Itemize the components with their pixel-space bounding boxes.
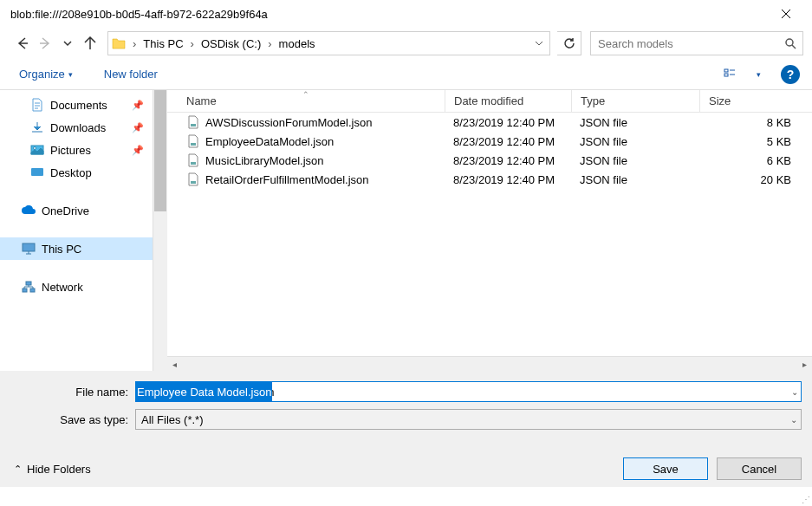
sidebar-item-desktop[interactable]: Desktop bbox=[0, 161, 153, 184]
hide-folders-button[interactable]: ⌃ Hide Folders bbox=[10, 459, 94, 479]
scroll-right-icon[interactable]: ▸ bbox=[797, 357, 812, 372]
save-button[interactable]: Save bbox=[623, 457, 708, 480]
folder-icon bbox=[108, 37, 129, 49]
document-icon bbox=[29, 97, 45, 113]
pin-icon: 📌 bbox=[132, 100, 144, 111]
pin-icon: 📌 bbox=[132, 145, 144, 156]
svg-rect-9 bbox=[30, 289, 35, 292]
resize-grip[interactable]: ⋰ bbox=[802, 495, 810, 504]
sort-caret-icon: ⌃ bbox=[302, 90, 309, 99]
file-type: JSON file bbox=[571, 132, 699, 151]
sidebar-item-network[interactable]: Network bbox=[0, 276, 153, 298]
sidebar-item-pictures[interactable]: Pictures 📌 bbox=[0, 139, 153, 161]
breadcrumb-thispc[interactable]: This PC bbox=[140, 32, 186, 55]
filename-selection: Employee Data Model.json bbox=[136, 382, 272, 401]
close-button[interactable] bbox=[767, 0, 805, 28]
view-dropdown[interactable]: ▾ bbox=[746, 62, 770, 87]
caret-down-icon: ▾ bbox=[68, 70, 73, 79]
search-input[interactable] bbox=[591, 37, 778, 50]
sidebar-item-label: Pictures bbox=[50, 144, 91, 157]
organize-button[interactable]: Organize ▾ bbox=[12, 64, 80, 84]
file-size: 5 KB bbox=[699, 132, 812, 151]
file-type: JSON file bbox=[571, 170, 699, 189]
svg-rect-10 bbox=[191, 124, 196, 126]
horizontal-scrollbar[interactable]: ◂ ▸ bbox=[167, 356, 812, 371]
window-title: blob:file:///208e910b-b0d5-4aff-b972-622… bbox=[7, 8, 767, 21]
breadcrumb-osdisk[interactable]: OSDisk (C:) bbox=[198, 32, 264, 55]
view-options-button[interactable] bbox=[718, 62, 743, 87]
address-dropdown[interactable] bbox=[529, 39, 549, 48]
sidebar-item-label: Desktop bbox=[50, 166, 92, 179]
new-folder-button[interactable]: New folder bbox=[97, 64, 165, 84]
column-header-date[interactable]: Date modified bbox=[445, 90, 571, 112]
column-header-type[interactable]: Type bbox=[571, 90, 699, 112]
cancel-button[interactable]: Cancel bbox=[717, 457, 802, 480]
file-name: MusicLibraryModel.json bbox=[205, 154, 324, 167]
desktop-icon bbox=[29, 165, 45, 180]
sidebar-item-label: This PC bbox=[42, 243, 81, 256]
file-name: AWSDiscussionForumModel.json bbox=[205, 116, 372, 129]
json-file-icon bbox=[186, 172, 200, 186]
sidebar-item-label: Documents bbox=[50, 99, 107, 112]
svg-rect-7 bbox=[26, 282, 31, 285]
file-row[interactable]: AWSDiscussionForumModel.json8/23/2019 12… bbox=[167, 113, 812, 132]
svg-rect-11 bbox=[191, 143, 196, 146]
file-date: 8/23/2019 12:40 PM bbox=[445, 151, 571, 170]
svg-rect-13 bbox=[191, 181, 196, 184]
onedrive-icon bbox=[21, 203, 36, 218]
chevron-right-icon[interactable]: › bbox=[264, 37, 275, 50]
search-box[interactable] bbox=[590, 31, 803, 55]
sidebar-item-onedrive[interactable]: OneDrive bbox=[0, 199, 153, 222]
sidebar-item-documents[interactable]: Documents 📌 bbox=[0, 94, 153, 116]
pictures-icon bbox=[29, 142, 45, 158]
file-size: 6 KB bbox=[699, 151, 812, 170]
svg-point-0 bbox=[786, 39, 793, 46]
refresh-button[interactable] bbox=[557, 31, 581, 55]
savetype-combo[interactable]: All Files (*.*) ⌄ bbox=[135, 409, 802, 430]
svg-rect-8 bbox=[23, 289, 27, 292]
address-bar[interactable]: › This PC › OSDisk (C:) › models bbox=[107, 31, 550, 55]
sidebar-item-label: OneDrive bbox=[42, 204, 89, 217]
file-date: 8/23/2019 12:40 PM bbox=[445, 170, 571, 189]
filename-dropdown[interactable]: ⌄ bbox=[791, 387, 798, 397]
sidebar-item-label: Downloads bbox=[50, 121, 106, 134]
breadcrumb-models[interactable]: models bbox=[276, 32, 319, 55]
chevron-right-icon[interactable]: › bbox=[129, 37, 140, 50]
nav-forward-button[interactable] bbox=[35, 33, 55, 54]
help-button[interactable]: ? bbox=[781, 65, 800, 84]
file-name: EmployeeDataModel.json bbox=[205, 135, 334, 148]
svg-rect-1 bbox=[724, 69, 728, 72]
file-date: 8/23/2019 12:40 PM bbox=[445, 132, 571, 151]
thispc-icon bbox=[21, 241, 36, 256]
file-row[interactable]: MusicLibraryModel.json8/23/2019 12:40 PM… bbox=[167, 151, 812, 170]
sidebar-item-downloads[interactable]: Downloads 📌 bbox=[0, 116, 153, 139]
savetype-dropdown-icon: ⌄ bbox=[790, 415, 797, 425]
file-type: JSON file bbox=[571, 151, 699, 170]
sidebar-item-label: Network bbox=[42, 281, 83, 294]
nav-up-button[interactable] bbox=[80, 33, 101, 54]
file-size: 20 KB bbox=[699, 170, 812, 189]
file-row[interactable]: EmployeeDataModel.json8/23/2019 12:40 PM… bbox=[167, 132, 812, 151]
scroll-left-icon[interactable]: ◂ bbox=[167, 357, 182, 372]
sidebar-scrollbar[interactable] bbox=[153, 90, 167, 371]
json-file-icon bbox=[186, 115, 200, 129]
column-header-size[interactable]: Size bbox=[699, 90, 812, 112]
svg-rect-5 bbox=[31, 168, 43, 176]
filename-label: File name: bbox=[10, 386, 135, 399]
savetype-label: Save as type: bbox=[10, 413, 135, 426]
column-header-name[interactable]: ⌃ Name bbox=[167, 90, 445, 112]
file-row[interactable]: RetailOrderFulfillmentModel.json8/23/201… bbox=[167, 170, 812, 189]
file-name: RetailOrderFulfillmentModel.json bbox=[205, 173, 369, 186]
chevron-right-icon[interactable]: › bbox=[187, 37, 198, 50]
json-file-icon bbox=[186, 134, 200, 148]
nav-back-button[interactable] bbox=[12, 33, 33, 54]
sidebar-item-thispc[interactable]: This PC bbox=[0, 237, 153, 260]
search-icon[interactable] bbox=[778, 37, 802, 49]
nav-recent-dropdown[interactable] bbox=[57, 33, 78, 54]
svg-rect-2 bbox=[724, 74, 728, 76]
file-date: 8/23/2019 12:40 PM bbox=[445, 113, 571, 132]
svg-point-4 bbox=[34, 147, 36, 150]
navigation-pane[interactable]: Documents 📌 Downloads 📌 Pictures 📌 Deskt… bbox=[0, 90, 153, 371]
json-file-icon bbox=[186, 153, 200, 167]
file-size: 8 KB bbox=[699, 113, 812, 132]
